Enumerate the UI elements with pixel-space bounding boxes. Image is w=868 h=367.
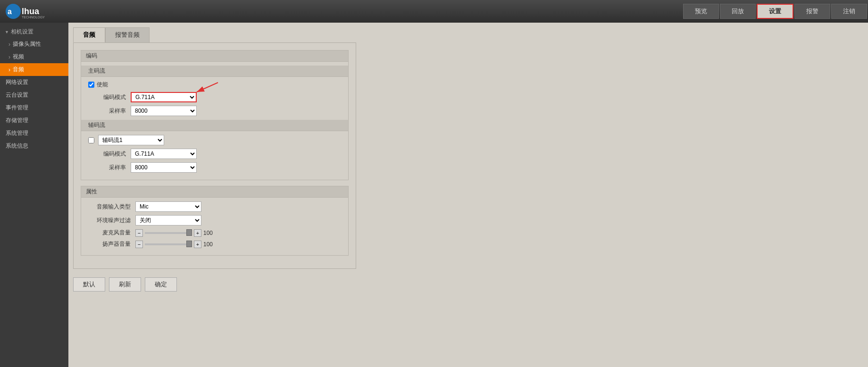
sidebar-item-storage-label: 存储管理: [6, 117, 28, 124]
speaker-volume-value: 100: [203, 241, 215, 248]
sidebar-item-video[interactable]: 视频: [0, 50, 68, 63]
bottom-bar: 默认 刷新 确定: [73, 274, 863, 295]
svg-text:TECHNOLOGY: TECHNOLOGY: [22, 16, 45, 19]
sub-sample-rate-row: 采样率 8000 16000 32000 48000: [88, 162, 341, 173]
confirm-button[interactable]: 确定: [145, 277, 177, 292]
mic-volume-plus[interactable]: +: [194, 229, 201, 237]
main-stream-enable-label: 使能: [97, 81, 108, 89]
main-encode-mode-row: 编码模式 G.711A G.711Mu G.726 AAC: [88, 92, 341, 102]
sidebar-item-event-label: 事件管理: [6, 104, 28, 111]
sub-stream-label: 辅码流: [88, 122, 105, 128]
main-stream-enable-row: 使能: [88, 81, 341, 89]
tab-alarm-audio[interactable]: 报警音频: [105, 27, 150, 42]
audio-input-select[interactable]: Mic Line In: [135, 201, 201, 212]
main-stream-label: 主码流: [88, 67, 105, 74]
sub-stream-header: 辅码流: [81, 120, 348, 131]
sub-encode-mode-label: 编码模式: [88, 150, 126, 158]
speaker-volume-minus[interactable]: −: [135, 241, 143, 248]
attributes-section: 属性 音频输入类型 Mic Line In 环境噪声过滤: [81, 186, 349, 256]
encoding-section-header: 编码: [81, 50, 348, 62]
main-sample-rate-row: 采样率 8000 16000 32000 48000: [88, 106, 341, 116]
noise-filter-select[interactable]: 关闭 开启: [135, 215, 201, 225]
speaker-volume-label: 扬声器音量: [88, 240, 131, 248]
mic-volume-label: 麦克风音量: [88, 229, 131, 237]
tab-audio[interactable]: 音频: [73, 27, 105, 42]
logo: a lhua TECHNOLOGY: [5, 3, 52, 20]
attributes-section-title: 属性: [86, 188, 97, 195]
speaker-volume-thumb[interactable]: [186, 241, 192, 247]
sub-stream-select[interactable]: 辅码流1 辅码流2: [98, 135, 164, 145]
sidebar-section-camera-label: 相机设置: [11, 28, 33, 36]
sidebar-item-storage[interactable]: 存储管理: [0, 114, 68, 127]
sidebar-item-audio-label: 音频: [13, 66, 24, 74]
mic-volume-thumb[interactable]: [186, 229, 192, 236]
logo-svg: a lhua TECHNOLOGY: [5, 3, 52, 20]
attributes-section-content: 音频输入类型 Mic Line In 环境噪声过滤 关闭 开启: [81, 198, 348, 255]
main-layout: 相机设置 摄像头属性 视频 音频 网络设置 云台设置 事件管理 存储管理 系统管…: [0, 23, 868, 367]
tab-content: 编码 主码流 使能 编码模式: [73, 42, 356, 269]
mic-volume-value: 100: [203, 230, 215, 236]
sub-stream-enable-checkbox[interactable]: [88, 137, 94, 143]
mic-volume-row: 麦克风音量 − + 100: [88, 229, 341, 237]
audio-input-label: 音频输入类型: [88, 203, 131, 211]
sidebar-item-event[interactable]: 事件管理: [0, 101, 68, 114]
sidebar-item-system-label: 系统管理: [6, 130, 28, 136]
svg-text:lhua: lhua: [22, 7, 40, 16]
audio-input-row: 音频输入类型 Mic Line In: [88, 201, 341, 212]
speaker-volume-row: 扬声器音量 − + 100: [88, 240, 341, 248]
main-encode-mode-label: 编码模式: [88, 93, 126, 101]
encoding-section-title: 编码: [86, 52, 97, 59]
main-stream-header: 主码流: [81, 66, 348, 77]
sidebar-item-camera-props[interactable]: 摄像头属性: [0, 38, 68, 50]
sub-sample-rate-label: 采样率: [88, 164, 126, 172]
speaker-volume-track: [145, 243, 192, 245]
nav-settings[interactable]: 设置: [757, 4, 793, 19]
nav-alarm[interactable]: 报警: [794, 4, 830, 19]
sidebar-item-network-label: 网络设置: [6, 79, 28, 85]
attributes-section-header: 属性: [81, 186, 348, 198]
sidebar-section-camera[interactable]: 相机设置: [0, 25, 68, 38]
nav-logout[interactable]: 注销: [831, 4, 867, 19]
main-sample-rate-label: 采样率: [88, 107, 126, 115]
nav-buttons: 预览 回放 设置 报警 注销: [683, 0, 868, 23]
speaker-volume-plus[interactable]: +: [194, 241, 201, 248]
mic-volume-track: [145, 232, 192, 234]
sidebar-item-video-label: 视频: [13, 53, 24, 61]
main-sample-rate-select[interactable]: 8000 16000 32000 48000: [131, 106, 197, 116]
sub-encode-mode-select[interactable]: G.711A G.711Mu G.726 AAC: [131, 149, 197, 159]
sidebar-item-network[interactable]: 网络设置: [0, 76, 68, 89]
sidebar-item-sysinfo[interactable]: 系统信息: [0, 140, 68, 152]
sub-sample-rate-select[interactable]: 8000 16000 32000 48000: [131, 162, 197, 173]
nav-playback[interactable]: 回放: [720, 4, 756, 19]
sidebar-item-camera-props-label: 摄像头属性: [13, 40, 41, 48]
mic-volume-minus[interactable]: −: [135, 229, 143, 237]
refresh-button[interactable]: 刷新: [109, 277, 141, 292]
sidebar-item-ptz[interactable]: 云台设置: [0, 89, 68, 101]
sidebar: 相机设置 摄像头属性 视频 音频 网络设置 云台设置 事件管理 存储管理 系统管…: [0, 23, 68, 367]
svg-text:a: a: [8, 8, 12, 16]
tab-bar: 音频 报警音频: [73, 27, 863, 42]
content-area: 音频 报警音频 编码 主码流 使能: [68, 23, 868, 367]
noise-filter-label: 环境噪声过滤: [88, 217, 131, 225]
sub-stream-enable-row: 辅码流1 辅码流2: [88, 135, 341, 145]
encode-mode-arrow-container: G.711A G.711Mu G.726 AAC: [131, 92, 197, 102]
header: a lhua TECHNOLOGY 预览 回放 设置 报警 注销: [0, 0, 868, 23]
main-stream-enable-checkbox[interactable]: [88, 82, 94, 88]
nav-preview[interactable]: 预览: [683, 4, 719, 19]
sidebar-item-system[interactable]: 系统管理: [0, 127, 68, 140]
encoding-section: 编码 主码流 使能 编码模式: [81, 50, 349, 180]
default-button[interactable]: 默认: [73, 277, 105, 292]
noise-filter-row: 环境噪声过滤 关闭 开启: [88, 215, 341, 225]
main-encode-mode-select[interactable]: G.711A G.711Mu G.726 AAC: [131, 92, 197, 102]
sidebar-item-audio[interactable]: 音频: [0, 63, 68, 76]
sidebar-item-ptz-label: 云台设置: [6, 92, 28, 98]
encoding-section-content: 主码流 使能 编码模式 G.711A G.711Mu: [81, 62, 348, 180]
sidebar-item-sysinfo-label: 系统信息: [6, 142, 28, 149]
sub-encode-mode-row: 编码模式 G.711A G.711Mu G.726 AAC: [88, 149, 341, 159]
